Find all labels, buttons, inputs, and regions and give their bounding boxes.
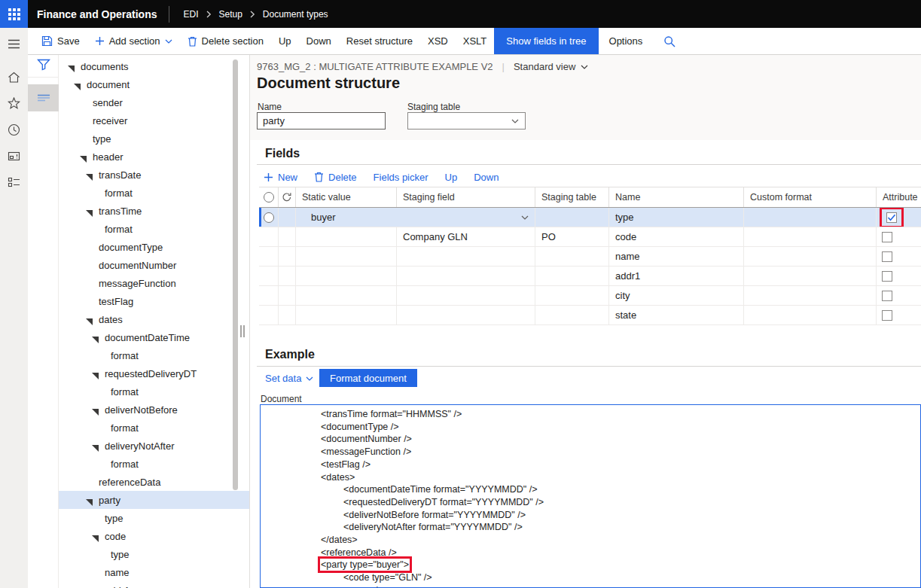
tree-node-documentDateTime[interactable]: documentDateTime [59, 328, 249, 346]
tree-node-type[interactable]: type [59, 129, 249, 148]
tree-node-referenceData[interactable]: referenceData [59, 473, 249, 491]
attribute-checkbox[interactable] [882, 251, 892, 262]
show-fields-in-tree-button[interactable]: Show fields in tree [494, 28, 598, 54]
cell-staging-table[interactable]: PO [535, 227, 608, 246]
cell-staging-field[interactable]: Company GLN [396, 227, 535, 246]
fields-grid-row-3[interactable]: name [259, 247, 921, 267]
column-header-name[interactable]: Name [608, 187, 743, 207]
tree-node-documents[interactable]: documents [59, 57, 249, 75]
tree-node-transTime[interactable]: transTime [59, 202, 249, 220]
xsd-button[interactable]: XSD [420, 28, 456, 54]
tree-expanded-icon[interactable] [86, 208, 93, 215]
app-launcher-icon[interactable] [0, 0, 28, 28]
cell-custom-format[interactable] [743, 306, 876, 324]
attribute-checkbox[interactable] [882, 232, 892, 242]
attribute-checkbox[interactable] [886, 212, 897, 223]
tree-node-format[interactable]: format [59, 220, 249, 238]
nav-modules-button[interactable] [0, 171, 28, 193]
cell-static-value[interactable] [295, 267, 396, 285]
tree-node-addr1[interactable]: addr1 [59, 581, 249, 588]
tree-node-header[interactable]: header [59, 148, 249, 166]
tree-node-dates[interactable]: dates [59, 310, 249, 328]
cell-static-value[interactable] [295, 247, 396, 266]
tree-expanded-icon[interactable] [86, 316, 93, 323]
tree-expanded-icon[interactable] [86, 172, 93, 178]
down-button[interactable]: Down [299, 28, 339, 54]
tree-node-format[interactable]: format [59, 184, 249, 202]
breadcrumb-item-setup[interactable]: Setup [219, 9, 242, 20]
grid-fields-picker-button[interactable]: Fields picker [374, 172, 428, 183]
tree-expanded-icon[interactable] [92, 370, 99, 377]
fields-grid-row-2[interactable]: Company GLNPOcode [259, 227, 921, 247]
breadcrumb-item-document-types[interactable]: Document types [263, 9, 328, 20]
cell-custom-format[interactable] [743, 286, 876, 305]
cell-staging-field[interactable] [396, 247, 535, 266]
tree-node-deliveryNotAfter[interactable]: deliveryNotAfter [59, 437, 249, 455]
fields-grid-row-5[interactable]: city [259, 286, 921, 306]
app-title[interactable]: Finance and Operations [37, 8, 157, 20]
cell-staging-field[interactable] [396, 306, 535, 324]
column-header-attribute[interactable]: Attribute [876, 187, 921, 207]
tree-expanded-icon[interactable] [68, 63, 75, 70]
tree-node-receiver[interactable]: receiver [59, 111, 249, 129]
format-document-button[interactable]: Format document [319, 369, 417, 387]
attribute-checkbox[interactable] [882, 271, 892, 282]
cell-staging-table[interactable] [535, 208, 608, 227]
attribute-checkbox[interactable] [882, 291, 892, 301]
tree-layout-toggle-button[interactable] [28, 84, 59, 111]
tree-expanded-icon[interactable] [74, 81, 81, 88]
static-value-combobox[interactable]: buyer [295, 208, 535, 227]
column-header-staging-field[interactable]: Staging field [396, 187, 535, 207]
cell-custom-format[interactable] [743, 208, 876, 227]
fields-grid-row-4[interactable]: addr1 [259, 267, 921, 286]
nav-star-button[interactable] [0, 92, 28, 114]
refresh-icon[interactable] [282, 192, 292, 203]
tree-node-documentType[interactable]: documentType [59, 238, 249, 256]
fields-grid-row-1[interactable]: buyertype [259, 208, 921, 227]
tree-node-document[interactable]: document [59, 75, 249, 93]
grid-delete-button[interactable]: Delete [314, 172, 357, 183]
nav-home-button[interactable] [0, 66, 28, 88]
cell-name[interactable]: name [608, 247, 743, 266]
attribute-checkbox[interactable] [882, 310, 892, 321]
cell-static-value[interactable] [295, 306, 396, 324]
xslt-button[interactable]: XSLT [456, 28, 495, 54]
tree-scrollbar[interactable] [233, 59, 238, 490]
tree-expanded-icon[interactable] [86, 497, 93, 504]
tree-node-sender[interactable]: sender [59, 93, 249, 111]
staging-table-select[interactable] [407, 112, 526, 129]
options-button[interactable]: Options [599, 28, 654, 54]
splitter-grip[interactable] [240, 325, 246, 337]
tree-node-format[interactable]: format [59, 455, 249, 473]
delete-section-button[interactable]: Delete section [180, 28, 271, 54]
view-selector[interactable]: Standard view [514, 61, 588, 72]
nav-workspaces-button[interactable] [0, 145, 28, 167]
up-button[interactable]: Up [271, 28, 299, 54]
cell-staging-table[interactable] [535, 267, 608, 285]
cell-custom-format[interactable] [743, 267, 876, 285]
select-all-radio[interactable] [264, 192, 274, 203]
cell-name[interactable]: type [608, 208, 743, 227]
cell-static-value[interactable] [295, 227, 396, 246]
nav-clock-button[interactable] [0, 118, 28, 141]
tree-expanded-icon[interactable] [80, 154, 87, 160]
cell-staging-field[interactable] [396, 267, 535, 285]
tree-expanded-icon[interactable] [92, 334, 99, 341]
column-header-static-value[interactable]: Static value [295, 187, 396, 207]
column-header-custom-format[interactable]: Custom format [743, 187, 876, 207]
tree-node-testFlag[interactable]: testFlag [59, 292, 249, 310]
cell-staging-table[interactable] [535, 286, 608, 305]
tree-node-requestedDeliveryDT[interactable]: requestedDeliveryDT [59, 364, 249, 382]
cell-staging-field[interactable] [396, 286, 535, 305]
set-data-button[interactable]: Set data [265, 373, 313, 384]
name-input[interactable] [257, 112, 386, 129]
cell-name[interactable]: code [608, 227, 743, 246]
document-xml-preview[interactable]: <transTime format="HHMMSS" /><documentTy… [260, 404, 921, 588]
tree-node-name[interactable]: name [59, 563, 249, 581]
tree-node-messageFunction[interactable]: messageFunction [59, 274, 249, 292]
tree-node-format[interactable]: format [59, 346, 249, 364]
cell-staging-table[interactable] [535, 247, 608, 266]
cell-custom-format[interactable] [743, 247, 876, 266]
tree-node-format[interactable]: format [59, 382, 249, 401]
fields-grid-row-6[interactable]: state [259, 306, 921, 325]
